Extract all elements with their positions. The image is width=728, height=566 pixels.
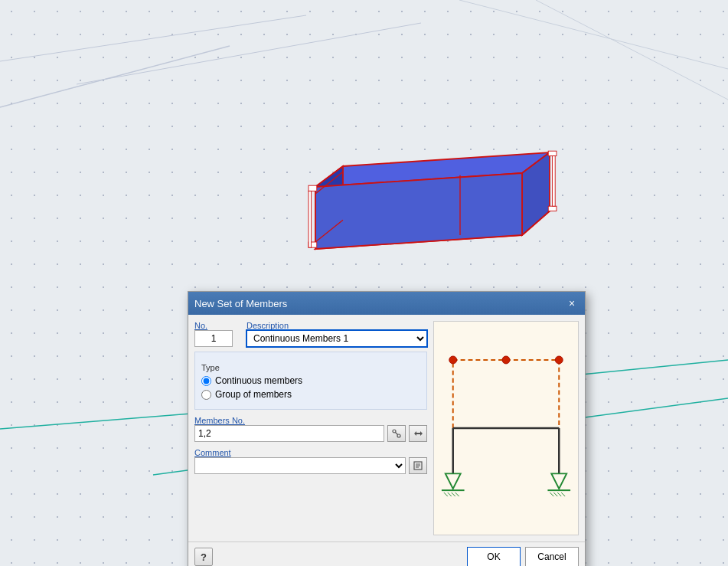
members-no-label[interactable]: Members No. bbox=[194, 416, 427, 425]
svg-line-0 bbox=[0, 15, 306, 61]
help-button[interactable]: ? bbox=[194, 548, 213, 566]
radio-continuous-label[interactable]: Continuous members bbox=[215, 375, 302, 386]
svg-line-24 bbox=[396, 433, 398, 435]
comment-section: Comment bbox=[194, 448, 427, 474]
members-select-button[interactable] bbox=[409, 425, 427, 442]
members-no-section: Members No. bbox=[194, 416, 427, 442]
svg-rect-16 bbox=[309, 185, 317, 191]
dialog-new-set-of-members: New Set of Members × No. Description Con… bbox=[188, 291, 586, 566]
dialog-body: No. Description Continuous Members 1 Typ… bbox=[188, 315, 585, 541]
footer-buttons: OK Cancel bbox=[467, 547, 579, 566]
no-label[interactable]: No. bbox=[194, 321, 240, 330]
svg-point-22 bbox=[393, 430, 396, 433]
svg-rect-20 bbox=[548, 206, 557, 211]
no-description-row: No. Description Continuous Members 1 bbox=[194, 321, 427, 347]
svg-line-7 bbox=[536, 0, 728, 100]
diagram-preview bbox=[433, 321, 579, 535]
dialog-close-button[interactable]: × bbox=[565, 296, 579, 310]
comment-edit-button[interactable] bbox=[409, 457, 427, 474]
svg-point-31 bbox=[449, 356, 457, 364]
description-label[interactable]: Description bbox=[246, 321, 427, 330]
no-input[interactable] bbox=[194, 330, 233, 347]
svg-line-2 bbox=[0, 46, 230, 107]
comment-select[interactable] bbox=[194, 457, 406, 474]
svg-point-23 bbox=[397, 434, 400, 437]
no-section: No. bbox=[194, 321, 240, 347]
dialog-footer: ? OK Cancel bbox=[188, 541, 585, 566]
members-no-input[interactable] bbox=[194, 425, 384, 442]
svg-rect-19 bbox=[548, 151, 557, 155]
radio-group-input[interactable] bbox=[201, 390, 211, 400]
svg-point-33 bbox=[555, 356, 563, 364]
dialog-titlebar: New Set of Members × bbox=[188, 292, 585, 315]
type-label: Type bbox=[201, 363, 420, 372]
description-section: Description Continuous Members 1 bbox=[246, 321, 427, 347]
members-input-row bbox=[194, 425, 427, 442]
svg-rect-21 bbox=[553, 156, 556, 207]
radio-continuous-members: Continuous members bbox=[201, 375, 420, 386]
description-select[interactable]: Continuous Members 1 bbox=[246, 330, 427, 347]
radio-group-of-members: Group of members bbox=[201, 389, 420, 400]
svg-rect-18 bbox=[309, 191, 312, 247]
svg-line-6 bbox=[459, 0, 728, 69]
ok-button[interactable]: OK bbox=[467, 547, 521, 566]
svg-point-32 bbox=[502, 356, 510, 364]
cancel-button[interactable]: Cancel bbox=[525, 547, 579, 566]
radio-group-label[interactable]: Group of members bbox=[215, 389, 292, 400]
type-section: Type Continuous members Group of members bbox=[194, 352, 427, 410]
comment-label[interactable]: Comment bbox=[194, 448, 427, 457]
beam-3d-model bbox=[276, 146, 589, 283]
dialog-left-panel: No. Description Continuous Members 1 Typ… bbox=[194, 321, 427, 535]
viewport-background: New Set of Members × No. Description Con… bbox=[0, 0, 728, 566]
svg-line-1 bbox=[77, 23, 421, 84]
dialog-title: New Set of Members bbox=[194, 298, 287, 309]
radio-continuous-input[interactable] bbox=[201, 376, 211, 386]
svg-marker-12 bbox=[315, 173, 522, 249]
comment-input-row bbox=[194, 457, 427, 474]
members-pick-button[interactable] bbox=[387, 425, 406, 442]
